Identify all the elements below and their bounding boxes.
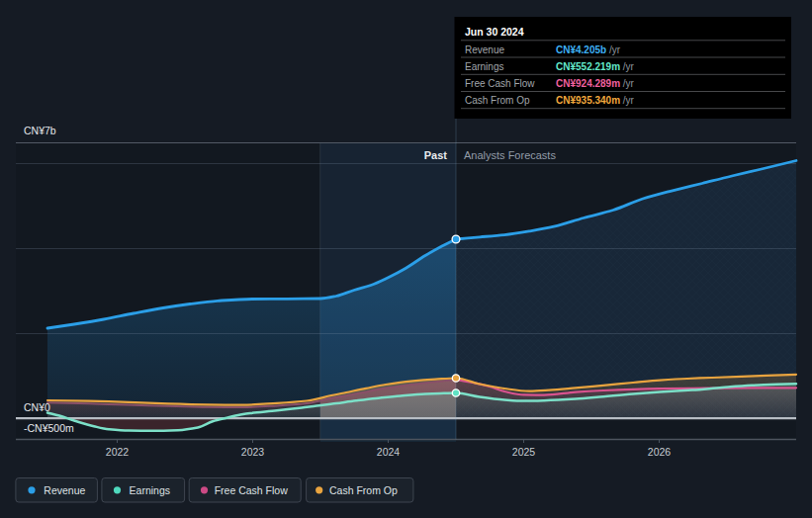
svg-text:Free Cash Flow: Free Cash Flow bbox=[465, 78, 535, 89]
svg-text:Earnings: Earnings bbox=[130, 484, 170, 496]
svg-text:CN¥4.205b /yr: CN¥4.205b /yr bbox=[556, 44, 621, 55]
svg-text:Revenue: Revenue bbox=[465, 44, 504, 55]
svg-text:Revenue: Revenue bbox=[44, 484, 85, 496]
svg-text:Analysts Forecasts: Analysts Forecasts bbox=[464, 149, 556, 161]
svg-text:CN¥935.340m /yr: CN¥935.340m /yr bbox=[556, 95, 635, 106]
svg-text:2022: 2022 bbox=[106, 446, 130, 458]
svg-text:Jun 30 2024: Jun 30 2024 bbox=[465, 26, 524, 38]
svg-text:2025: 2025 bbox=[512, 446, 536, 458]
svg-text:2024: 2024 bbox=[377, 446, 401, 458]
svg-text:CN¥924.289m /yr: CN¥924.289m /yr bbox=[556, 78, 635, 89]
svg-text:CN¥552.219m /yr: CN¥552.219m /yr bbox=[556, 61, 635, 72]
svg-text:2026: 2026 bbox=[648, 446, 672, 458]
svg-text:CN¥0: CN¥0 bbox=[24, 401, 50, 413]
svg-text:Earnings: Earnings bbox=[465, 61, 503, 72]
svg-text:Free Cash Flow: Free Cash Flow bbox=[215, 484, 289, 496]
svg-text:Cash From Op: Cash From Op bbox=[329, 484, 398, 496]
svg-text:CN¥7b: CN¥7b bbox=[24, 125, 56, 136]
svg-text:Past: Past bbox=[424, 149, 448, 161]
svg-text:2023: 2023 bbox=[241, 446, 265, 458]
svg-text:Cash From Op: Cash From Op bbox=[465, 95, 530, 106]
svg-text:-CN¥500m: -CN¥500m bbox=[24, 422, 74, 434]
